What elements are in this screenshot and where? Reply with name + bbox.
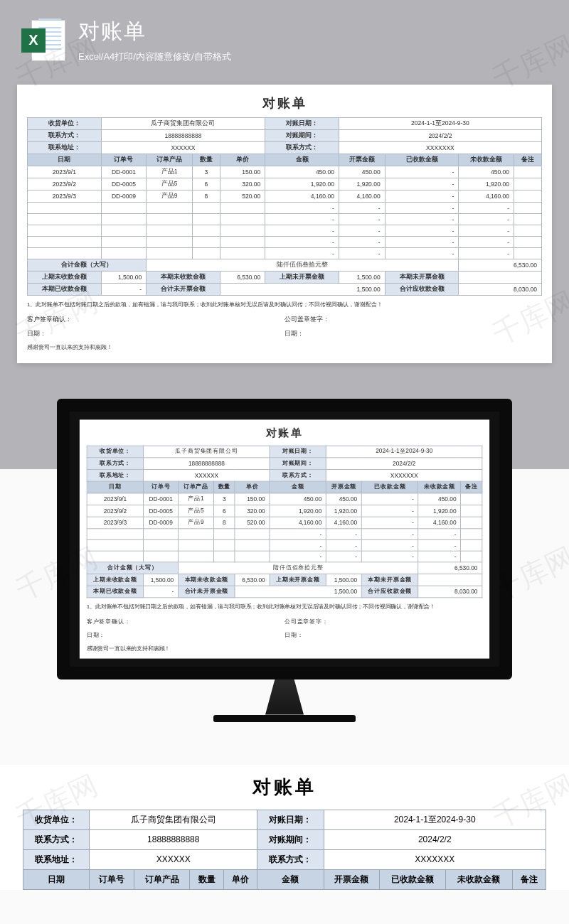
thanks-note: 感谢贵司一直以来的支持和惠顾！: [27, 343, 542, 353]
template-preview-flat: 对账单 收货单位：瓜子商贸集团有限公司 对账日期：2024-1-1至2024-9…: [17, 85, 552, 363]
footnote: 1、此对账单不包括对账日期之后的款项，如有错漏，请与我司联系；收到此对账单核对无…: [27, 300, 542, 310]
table-row: 2023/9/1DD-0001产品13150.00450.00450.00-45…: [28, 166, 542, 178]
table-row: 2023/9/3DD-0009产品98520.004,160.004,160.0…: [28, 190, 542, 203]
sheet-title: 对账单: [27, 95, 542, 112]
date-label: 日期：: [27, 330, 284, 338]
page-header: X 对账单 Excel/A4打印/内容随意修改/自带格式: [0, 0, 569, 76]
table-row: 2023/9/2DD-0005产品56320.001,920.001,920.0…: [28, 178, 542, 190]
statement-table-zoom: 收货单位：瓜子商贸集团有限公司对账日期：2024-1-1至2024-9-30 联…: [23, 810, 546, 890]
page-title: 对账单: [78, 17, 548, 46]
excel-x-icon: X: [21, 28, 46, 53]
page-subtitle: Excel/A4打印/内容随意修改/自带格式: [78, 50, 548, 63]
statement-table: 收货单位：瓜子商贸集团有限公司 对账日期：2024-1-1至2024-9-30 …: [27, 117, 542, 296]
customer-sign-label: 客户签章确认：: [27, 316, 284, 324]
sheet-title: 对账单: [23, 775, 546, 800]
company-sign-label: 公司盖章签字：: [284, 316, 542, 324]
template-preview-zoom: 对账单 收货单位：瓜子商贸集团有限公司对账日期：2024-1-1至2024-9-…: [0, 765, 569, 890]
monitor-mockup: 对账单 收货单位：瓜子商贸集团有限公司对账日期：2024-1-1至2024-9-…: [57, 399, 512, 722]
excel-file-icon: X: [21, 18, 65, 63]
date-label: 日期：: [284, 330, 542, 338]
